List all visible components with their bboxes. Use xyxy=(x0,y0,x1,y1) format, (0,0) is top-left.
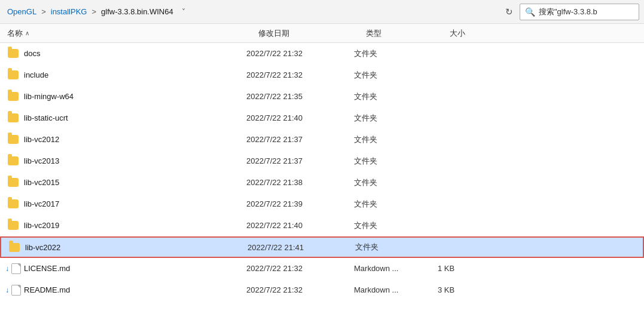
table-row[interactable]: lib-vc20172022/7/22 21:39文件夹 xyxy=(0,193,644,215)
col-header-date[interactable]: 修改日期 xyxy=(258,28,366,39)
folder-icon xyxy=(7,69,19,81)
file-date: 2022/7/22 21:37 xyxy=(246,156,354,165)
file-name-col: lib-static-ucrt xyxy=(7,112,246,124)
col-header-name[interactable]: 名称 ∧ xyxy=(7,28,258,39)
file-name: lib-mingw-w64 xyxy=(24,92,74,101)
file-name-col: lib-vc2012 xyxy=(7,134,246,146)
file-date: 2022/7/22 21:32 xyxy=(246,285,354,294)
file-name: README.md xyxy=(24,285,70,294)
folder-icon xyxy=(7,48,19,60)
file-date: 2022/7/22 21:35 xyxy=(246,92,354,101)
file-name-col: ↓README.md xyxy=(7,284,246,296)
folder-icon xyxy=(7,155,19,167)
breadcrumb-installpkg[interactable]: installPKG xyxy=(48,6,90,17)
folder-icon xyxy=(7,198,19,210)
file-name-col: docs xyxy=(7,48,246,60)
file-name: lib-vc2022 xyxy=(25,243,60,252)
file-type: 文件夹 xyxy=(354,91,438,102)
folder-icon xyxy=(7,112,19,124)
table-row[interactable]: ↓LICENSE.md2022/7/22 21:32Markdown ...1 … xyxy=(0,258,644,279)
file-type: 文件夹 xyxy=(354,199,438,210)
file-type: 文件夹 xyxy=(355,242,439,253)
file-size: 1 KB xyxy=(438,264,498,273)
file-type: 文件夹 xyxy=(354,113,438,124)
folder-icon xyxy=(7,134,19,146)
table-row[interactable]: ↓README.md2022/7/22 21:32Markdown ...3 K… xyxy=(0,279,644,301)
breadcrumb-opengl[interactable]: OpenGL xyxy=(5,6,39,17)
table-row[interactable]: lib-vc20222022/7/22 21:41文件夹 xyxy=(0,236,644,258)
file-date: 2022/7/22 21:32 xyxy=(246,49,354,58)
file-type: 文件夹 xyxy=(354,220,438,231)
file-name-col: lib-vc2019 xyxy=(7,220,246,232)
file-date: 2022/7/22 21:40 xyxy=(246,221,354,230)
table-row[interactable]: lib-static-ucrt2022/7/22 21:40文件夹 xyxy=(0,107,644,129)
file-list: docs2022/7/22 21:32文件夹include2022/7/22 2… xyxy=(0,43,644,326)
refresh-button[interactable]: ↻ xyxy=(500,4,517,20)
file-date: 2022/7/22 21:32 xyxy=(246,70,354,79)
search-icon: 🔍 xyxy=(525,7,535,17)
file-name: include xyxy=(24,70,48,79)
file-date: 2022/7/22 21:39 xyxy=(246,199,354,208)
file-name: lib-vc2013 xyxy=(24,156,59,165)
sort-arrow-icon: ∧ xyxy=(25,30,29,36)
file-date: 2022/7/22 21:41 xyxy=(248,243,355,252)
table-row[interactable]: lib-vc20132022/7/22 21:37文件夹 xyxy=(0,150,644,172)
file-name: lib-vc2012 xyxy=(24,135,59,144)
table-row[interactable]: lib-vc20152022/7/22 21:38文件夹 xyxy=(0,172,644,193)
file-type: 文件夹 xyxy=(354,134,438,145)
folder-icon xyxy=(8,241,20,253)
file-icon: ↓ xyxy=(7,284,19,296)
breadcrumb-bar: OpenGL > installPKG > glfw-3.3.8.bin.WIN… xyxy=(0,0,644,24)
col-header-size[interactable]: 大小 xyxy=(450,28,509,39)
col-header-type[interactable]: 类型 xyxy=(366,28,450,39)
table-row[interactable]: lib-mingw-w642022/7/22 21:35文件夹 xyxy=(0,86,644,107)
table-row[interactable]: docs2022/7/22 21:32文件夹 xyxy=(0,43,644,64)
search-text: 搜索"glfw-3.3.8.b xyxy=(539,7,597,17)
breadcrumb-dropdown-button[interactable]: ˅ xyxy=(178,7,189,17)
column-headers: 名称 ∧ 修改日期 类型 大小 xyxy=(0,24,644,43)
breadcrumb-current: glfw-3.3.8.bin.WIN64 xyxy=(99,6,176,17)
file-size: 3 KB xyxy=(438,285,498,294)
file-name: lib-static-ucrt xyxy=(24,113,68,122)
file-type: 文件夹 xyxy=(354,48,438,59)
file-type: 文件夹 xyxy=(354,70,438,81)
table-row[interactable]: include2022/7/22 21:32文件夹 xyxy=(0,64,644,86)
breadcrumb-sep-2: > xyxy=(91,7,96,16)
table-row[interactable]: lib-vc20192022/7/22 21:40文件夹 xyxy=(0,215,644,236)
file-name: lib-vc2015 xyxy=(24,178,59,187)
file-name-col: lib-vc2017 xyxy=(7,198,246,210)
file-icon: ↓ xyxy=(7,263,19,275)
file-date: 2022/7/22 21:38 xyxy=(246,178,354,187)
file-name: docs xyxy=(24,49,40,58)
file-date: 2022/7/22 21:37 xyxy=(246,135,354,144)
folder-icon xyxy=(7,177,19,189)
file-type: Markdown ... xyxy=(354,285,438,294)
breadcrumb-sep-1: > xyxy=(41,7,46,16)
file-name-col: lib-vc2013 xyxy=(7,155,246,167)
search-box[interactable]: 🔍 搜索"glfw-3.3.8.b xyxy=(520,4,639,20)
file-type: Markdown ... xyxy=(354,264,438,273)
file-name: LICENSE.md xyxy=(24,264,70,273)
file-name-col: lib-mingw-w64 xyxy=(7,91,246,103)
file-name-col: lib-vc2015 xyxy=(7,177,246,189)
file-name: lib-vc2017 xyxy=(24,199,59,208)
folder-icon xyxy=(7,220,19,232)
file-type: 文件夹 xyxy=(354,156,438,167)
file-name: lib-vc2019 xyxy=(24,221,59,230)
table-row[interactable]: lib-vc20122022/7/22 21:37文件夹 xyxy=(0,129,644,150)
file-name-col: lib-vc2022 xyxy=(8,241,248,253)
file-type: 文件夹 xyxy=(354,177,438,188)
file-name-col: ↓LICENSE.md xyxy=(7,263,246,275)
file-date: 2022/7/22 21:40 xyxy=(246,113,354,122)
folder-icon xyxy=(7,91,19,103)
file-name-col: include xyxy=(7,69,246,81)
file-date: 2022/7/22 21:32 xyxy=(246,264,354,273)
